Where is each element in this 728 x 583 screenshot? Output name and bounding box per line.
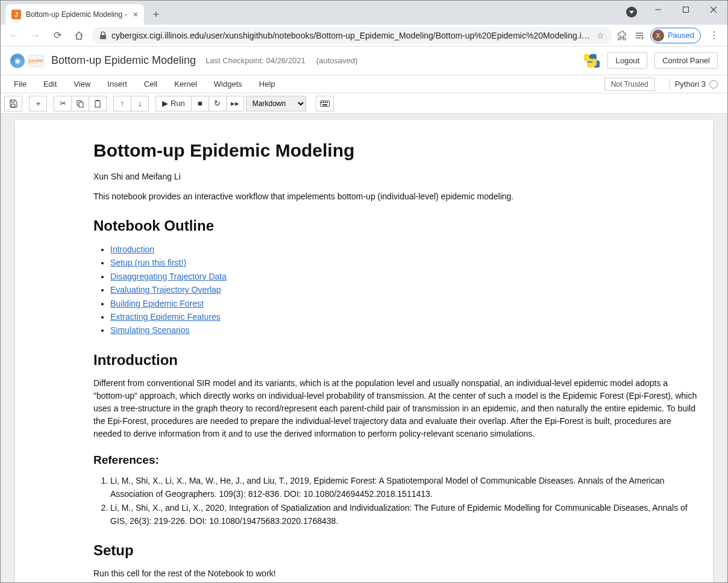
menu-kernel[interactable]: Kernel (166, 77, 206, 91)
outline-link[interactable]: Extracting Epidemic Features (110, 312, 221, 322)
python-logo-icon (583, 52, 600, 69)
svg-rect-11 (96, 100, 99, 101)
copy-button[interactable] (71, 96, 89, 111)
menu-cell[interactable]: Cell (136, 77, 166, 91)
description: This notebook provides an interactive wo… (93, 190, 701, 203)
intro-text: Different from conventional SIR model an… (93, 377, 701, 440)
interrupt-button[interactable]: ■ (191, 96, 209, 111)
move-up-button[interactable]: ↑ (113, 96, 131, 111)
svg-rect-16 (327, 102, 328, 103)
setup-heading: Setup (93, 542, 701, 559)
menu-edit[interactable]: Edit (35, 77, 65, 91)
close-icon[interactable]: × (133, 10, 138, 19)
menu-insert[interactable]: Insert (99, 77, 136, 91)
kernel-name[interactable]: Python 3 (675, 80, 706, 89)
save-button[interactable] (4, 96, 22, 111)
outline-heading: Notebook Outline (93, 217, 701, 234)
svg-rect-1 (683, 7, 689, 13)
outline-link[interactable]: Simulating Scenarios (110, 325, 190, 335)
outline-link[interactable]: Evaluating Trajectory Overlap (110, 285, 221, 295)
jupyter-header: ◉ jupyter Bottom-up Epidemic Modeling La… (1, 46, 727, 75)
menu-help[interactable]: Help (251, 77, 284, 91)
references-heading: References: (93, 454, 701, 467)
extensions-icon[interactable] (617, 30, 629, 42)
svg-rect-15 (325, 102, 326, 103)
control-panel-button[interactable]: Control Panel (654, 52, 718, 69)
move-down-button[interactable]: ↓ (131, 96, 149, 111)
logout-button[interactable]: Logout (607, 52, 647, 69)
menu-view[interactable]: View (65, 77, 99, 91)
maximize-button[interactable] (672, 1, 700, 19)
svg-rect-10 (95, 101, 100, 107)
reload-button[interactable]: ⟳ (49, 27, 66, 44)
svg-rect-4 (100, 35, 106, 39)
svg-rect-9 (79, 102, 83, 107)
divider (670, 79, 670, 90)
restart-run-all-button[interactable]: ▸▸ (226, 96, 244, 111)
outline-link[interactable]: Disaggregating Trajectory Data (110, 272, 227, 281)
menu-bar: File Edit View Insert Cell Kernel Widget… (1, 75, 727, 93)
back-button[interactable]: ← (5, 27, 22, 44)
cybergis-logo-icon[interactable]: ◉ (10, 54, 25, 68)
toolbar: ＋ ✂ ↑ ↓ ▶ Run ■ ↻ ▸▸ Markdown (1, 93, 727, 114)
autosave-label: (autosaved) (316, 56, 358, 65)
references-list: Li, M., Shi, X., Li, X., Ma, W., He, J.,… (93, 474, 701, 528)
avatar-icon: X (652, 30, 664, 42)
notebook-title[interactable]: Bottom-up Epidemic Modeling (51, 54, 196, 67)
svg-rect-14 (323, 102, 324, 103)
address-bar: ← → ⟳ cybergisx.cigi.illinois.edu/user/x… (1, 25, 727, 46)
notebook-scroll[interactable]: Bottom-up Epidemic Modeling Xun Shi and … (1, 114, 727, 582)
menu-file[interactable]: File (5, 77, 35, 91)
reference-item: Li, M., Shi, X., Li, X., Ma, W., He, J.,… (110, 474, 701, 501)
account-indicator-icon[interactable] (626, 7, 637, 17)
reading-list-icon[interactable] (633, 30, 645, 42)
page-title: Bottom-up Epidemic Modeling (93, 140, 701, 161)
outline-link[interactable]: Introduction (110, 245, 154, 254)
svg-rect-12 (320, 101, 329, 106)
paste-button[interactable] (89, 96, 107, 111)
bookmark-star-icon[interactable]: ☆ (597, 31, 604, 40)
setup-text: Run this cell for the rest of the Notebo… (93, 567, 701, 580)
browser-tab[interactable]: J Bottom-up Epidemic Modeling - × (5, 4, 144, 25)
tab-title: Bottom-up Epidemic Modeling - (26, 10, 128, 19)
new-tab-button[interactable]: + (148, 6, 165, 23)
home-button[interactable] (71, 27, 87, 44)
url-text: cybergisx.cigi.illinois.edu/user/xunshig… (111, 31, 592, 40)
authors: Xun Shi and Meifang Li (93, 170, 701, 183)
notebook-page: Bottom-up Epidemic Modeling Xun Shi and … (15, 120, 713, 582)
add-cell-button[interactable]: ＋ (29, 96, 47, 111)
reference-item: Li, M., Shi, X., and Li, X., 2020, Integ… (110, 501, 701, 528)
svg-rect-13 (321, 102, 322, 103)
jupyter-logo-icon[interactable]: jupyter (28, 55, 44, 67)
command-palette-button[interactable] (316, 96, 334, 111)
menu-widgets[interactable]: Widgets (206, 77, 251, 91)
profile-chip[interactable]: X Paused (650, 28, 701, 43)
checkpoint-label: Last Checkpoint: 04/26/2021 (206, 56, 306, 65)
restart-button[interactable]: ↻ (209, 96, 227, 111)
outline-link[interactable]: Setup (run this first!) (110, 258, 186, 267)
profile-label: Paused (668, 31, 694, 40)
run-button[interactable]: ▶ Run (155, 96, 192, 111)
close-window-button[interactable] (700, 1, 727, 19)
run-label: Run (171, 99, 185, 108)
browser-title-bar: J Bottom-up Epidemic Modeling - × + (1, 1, 727, 25)
intro-heading: Introduction (93, 352, 701, 369)
outline-link[interactable]: Building Epidemic Forest (110, 299, 204, 308)
browser-menu-button[interactable]: ⋮ (706, 30, 723, 41)
minimize-button[interactable] (644, 1, 672, 19)
lock-icon (99, 31, 107, 40)
jupyter-favicon-icon: J (11, 10, 21, 19)
kernel-indicator-icon (709, 80, 718, 89)
outline-list: Introduction Setup (run this first!) Dis… (93, 243, 701, 337)
svg-rect-17 (322, 104, 327, 105)
markdown-cell: Bottom-up Epidemic Modeling Xun Shi and … (15, 138, 713, 582)
cell-type-select[interactable]: Markdown (246, 96, 306, 111)
trust-badge[interactable]: Not Trusted (604, 78, 655, 91)
forward-button[interactable]: → (27, 27, 44, 44)
cut-button[interactable]: ✂ (54, 96, 72, 111)
url-field[interactable]: cybergisx.cigi.illinois.edu/user/xunshig… (92, 27, 612, 44)
